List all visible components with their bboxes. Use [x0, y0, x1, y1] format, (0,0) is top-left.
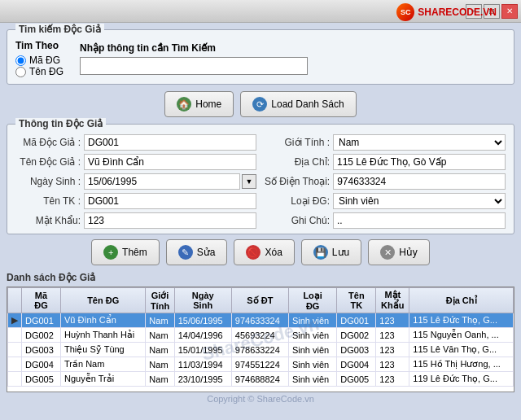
cell-loai: Sinh viên	[288, 357, 336, 372]
radio-ten-dg-input[interactable]	[15, 67, 26, 77]
cell-sdt: 974551224	[231, 357, 288, 372]
xoa-icon: 🚫	[246, 245, 260, 260]
radio-ma-dg-label: Mã ĐG	[29, 55, 60, 66]
ngay-sinh-input[interactable]	[84, 173, 240, 190]
mat-khau-input[interactable]	[84, 212, 256, 229]
luu-button[interactable]: 💾 Lưu	[301, 239, 361, 265]
radio-ma-dg[interactable]: Mã ĐG	[15, 55, 63, 66]
sua-button[interactable]: ✎ Sửa	[166, 239, 228, 265]
radio-ten-dg-label: Tên ĐG	[29, 66, 63, 77]
logo: SC SHARECODE.VN	[396, 3, 497, 21]
info-section: Thông tin Độc Giả Mã Độc Giả : Giới Tính…	[7, 124, 514, 234]
loai-dg-row: Loại ĐG: Sinh viên Giáo viên	[265, 193, 506, 209]
close-button[interactable]: ✕	[501, 4, 518, 19]
so-dien-thoai-input[interactable]	[333, 173, 506, 190]
load-label: Load Danh Sách	[271, 98, 344, 110]
table-row[interactable]: DG004 Trần Nam Nam 11/03/1994 974551224 …	[8, 357, 514, 372]
huy-icon: ✕	[380, 245, 395, 260]
info-grid: Mã Độc Giả : Giới Tính : Nam Nữ Tên Độc …	[15, 131, 506, 229]
col-ngay-sinh: NgàySinh	[174, 288, 231, 313]
table-row[interactable]: DG005 Nguyễn Trải Nam 23/10/1995 9746888…	[8, 372, 514, 387]
row-indicator: ▶	[8, 313, 22, 328]
row-indicator	[8, 372, 22, 387]
sua-icon: ✎	[178, 245, 193, 260]
them-button[interactable]: + Thêm	[91, 239, 160, 265]
cell-mk: 123	[376, 343, 409, 357]
them-label: Thêm	[122, 247, 147, 258]
ngay-sinh-row: Ngày Sinh : ▼	[15, 173, 256, 190]
cell-ns: 15/01/1995	[174, 343, 231, 357]
table-section-title: Danh sách Độc Giả	[7, 272, 514, 283]
cell-tentk: DG004	[337, 357, 376, 372]
cell-ten: Thiệu Sỹ Tùng	[61, 343, 146, 357]
row-indicator	[8, 328, 22, 343]
luu-label: Lưu	[332, 247, 349, 258]
radio-ma-dg-input[interactable]	[15, 55, 26, 66]
table-header: MãĐG Tên ĐG GiớiTính NgàySinh Số ĐT Loại…	[8, 288, 514, 313]
cell-ten: Vũ Đình Cẩn	[61, 313, 146, 328]
ten-tk-label: Tên TK :	[15, 195, 81, 207]
cell-tentk: DG001	[337, 313, 376, 328]
load-icon: ⟳	[252, 97, 267, 112]
cell-dc: 115 Lê Đức Thọ, G...	[409, 313, 514, 328]
cell-sdt: 978633224	[231, 343, 288, 357]
ten-doc-gia-label: Tên Độc Giả :	[15, 156, 81, 168]
crud-button-row: + Thêm ✎ Sửa 🚫 Xóa 💾 Lưu ✕ Hủy	[7, 239, 514, 265]
cell-tentk: DG005	[337, 372, 376, 387]
xoa-button[interactable]: 🚫 Xóa	[234, 239, 294, 265]
cell-tentk: DG002	[337, 328, 376, 343]
huy-button[interactable]: ✕ Hủy	[368, 239, 430, 265]
mat-khau-label: Mật Khẩu:	[15, 215, 81, 226]
table-row[interactable]: DG003 Thiệu Sỹ Tùng Nam 15/01/1995 97863…	[8, 343, 514, 357]
table-row[interactable]: ▶ DG001 Vũ Đình Cẩn Nam 15/06/1995 97463…	[8, 313, 514, 328]
cell-gt: Nam	[146, 343, 174, 357]
col-ten-tk: TênTK	[337, 288, 376, 313]
table-section: Danh sách Độc Giả ShareCode.vn MãĐG Tên …	[7, 272, 514, 404]
load-button[interactable]: ⟳ Load Danh Sách	[240, 91, 356, 117]
search-row: Tim Theo Mã ĐG Tên ĐG Nhập thông tin cần…	[15, 37, 506, 77]
dia-chi-label: Địa Chỉ:	[265, 156, 330, 168]
cell-mk: 123	[376, 372, 409, 387]
dia-chi-row: Địa Chỉ:	[265, 154, 506, 170]
cell-dc: 115 Nguyễn Oanh, ...	[409, 328, 514, 343]
cell-sdt: 974633324	[231, 313, 288, 328]
search-input[interactable]	[80, 57, 308, 75]
xoa-label: Xóa	[265, 247, 282, 258]
info-section-title: Thông tin Độc Giả	[15, 118, 106, 129]
col-indicator	[8, 288, 22, 313]
cell-gt: Nam	[146, 313, 174, 328]
ten-tk-input[interactable]	[84, 193, 256, 209]
cell-tentk: DG003	[337, 343, 376, 357]
ten-doc-gia-row: Tên Độc Giả :	[15, 154, 256, 170]
ma-doc-gia-row: Mã Độc Giả :	[15, 134, 256, 151]
ma-doc-gia-input[interactable]	[84, 134, 256, 151]
action-button-row: 🏠 Home ⟳ Load Danh Sách	[7, 91, 514, 117]
cell-ma: DG004	[22, 357, 61, 372]
table-row[interactable]: DG002 Huỳnh Thanh Hải Nam 14/04/1996 456…	[8, 328, 514, 343]
col-ma-dg: MãĐG	[22, 288, 61, 313]
cell-dc: 115 Hồ Thị Hương, ...	[409, 357, 514, 372]
ghi-chu-input[interactable]	[333, 212, 506, 229]
table-wrapper[interactable]: ShareCode.vn MãĐG Tên ĐG GiớiTính NgàySi…	[7, 287, 514, 392]
main-window: SC SHARECODE.VN − □ ✕ Tim kiếm Độc Giả T…	[0, 0, 521, 420]
dia-chi-input[interactable]	[333, 154, 506, 170]
ngay-sinh-date: ▼	[84, 173, 256, 190]
date-picker-button[interactable]: ▼	[242, 174, 256, 189]
search-section-title: Tim kiếm Độc Giả	[15, 24, 104, 35]
ten-doc-gia-input[interactable]	[84, 154, 256, 170]
gioi-tinh-select[interactable]: Nam Nữ	[333, 134, 506, 151]
cell-mk: 123	[376, 357, 409, 372]
cell-ns: 23/10/1995	[174, 372, 231, 387]
logo-icon: SC	[396, 3, 414, 21]
col-ten-dg: Tên ĐG	[61, 288, 146, 313]
col-dia-chi: Địa Chỉ	[409, 288, 514, 313]
main-content: Tim kiếm Độc Giả Tim Theo Mã ĐG Tên ĐG N…	[0, 23, 521, 410]
cell-mk: 123	[376, 328, 409, 343]
radio-group-label: Tim Theo	[15, 40, 63, 51]
table-body: ▶ DG001 Vũ Đình Cẩn Nam 15/06/1995 97463…	[8, 313, 514, 387]
home-button[interactable]: 🏠 Home	[164, 91, 234, 117]
radio-ten-dg[interactable]: Tên ĐG	[15, 66, 63, 77]
cell-ns: 14/04/1996	[174, 328, 231, 343]
loai-dg-select[interactable]: Sinh viên Giáo viên	[333, 193, 506, 209]
col-loai-dg: LoạiĐG	[288, 288, 336, 313]
